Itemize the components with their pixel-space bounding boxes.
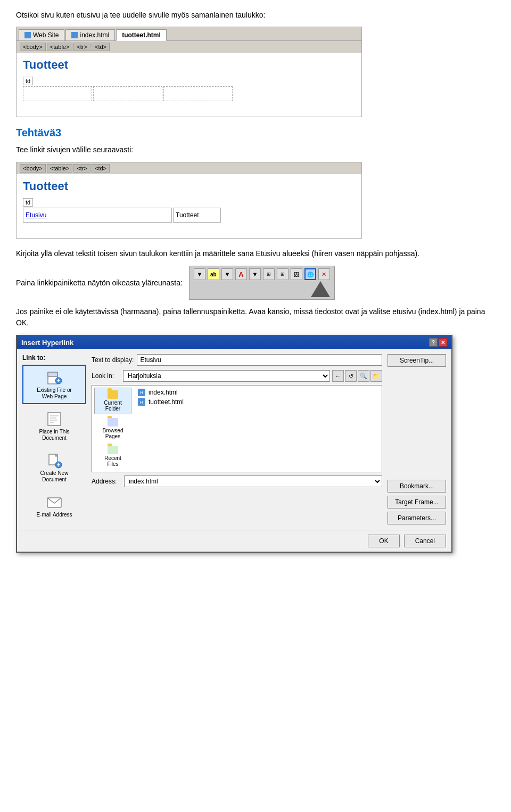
parameters-button[interactable]: Parameters... <box>388 512 446 524</box>
toolbar-ab-btn[interactable]: ab <box>208 268 219 280</box>
email-icon <box>46 494 63 511</box>
new-doc-icon <box>46 452 63 469</box>
etusivu-link: Etusivu <box>26 211 46 219</box>
toolbar-dropdown3-btn[interactable]: ▼ <box>249 268 261 280</box>
svg-rect-5 <box>48 413 61 425</box>
instruction2-text: Jos painike ei ole käytettävissä (harmaa… <box>16 306 495 329</box>
recent-files-icon <box>108 446 118 454</box>
file-tuotteet-icon: H <box>138 398 145 406</box>
page-title-1: Tuotteet <box>23 58 355 72</box>
file-item-tuotteet[interactable]: H tuotteet.html <box>136 397 380 407</box>
sidebar-browsed-pages[interactable]: BrowsedPages <box>94 415 131 442</box>
toolbar-image-btn[interactable]: 🖼 <box>291 268 302 280</box>
website-icon <box>24 32 31 38</box>
look-in-select[interactable]: Harjoituksia <box>123 370 330 382</box>
dialog-footer: OK Cancel <box>17 530 451 552</box>
link-option-new-doc-label: Create NewDocument <box>40 470 69 483</box>
dialog-link-to-panel: Link to: Existing File orWeb Page <box>22 354 86 524</box>
table-label-1: td <box>23 77 33 85</box>
link-option-place[interactable]: Place in ThisDocument <box>22 406 86 446</box>
page-title-2: Tuotteet <box>23 179 355 193</box>
table-mock-1 <box>23 86 355 101</box>
toolbar-area: ▼ ab ▼ A ▼ ⊞ ⊞ 🖼 🌐 ✕ <box>189 266 335 300</box>
toolbar-dropdown2-btn[interactable]: ▼ <box>221 268 233 280</box>
toolbar-link-btn[interactable]: 🌐 <box>304 268 316 280</box>
link-option-email-label: E-mail Address <box>36 512 72 518</box>
dialog-title-buttons: ? ✕ <box>429 338 447 347</box>
text-to-display-input[interactable] <box>137 354 382 366</box>
lookin-folder-btn[interactable]: 📁 <box>370 370 382 382</box>
text-to-display-label: Text to display: <box>92 356 134 364</box>
link-option-new-doc[interactable]: Create NewDocument <box>22 448 86 487</box>
table-mock-2: Etusivu Tuotteet <box>23 208 355 223</box>
file-list-area: CurrentFolder BrowsedPages RecentFiles H <box>92 385 382 472</box>
tab-index[interactable]: index.html <box>65 29 115 40</box>
breadcrumb-table-2: <table> <box>47 164 73 173</box>
page-content-1: Tuotteet td <box>17 53 361 117</box>
breadcrumb-table: <table> <box>47 43 73 51</box>
file-item-index[interactable]: H index.html <box>136 388 380 397</box>
existing-file-icon <box>46 369 63 386</box>
toolbar-table2-btn[interactable]: ⊞ <box>277 268 289 280</box>
lookin-back-btn[interactable]: ← <box>332 370 344 382</box>
breadcrumb-body-2: <body> <box>20 164 46 173</box>
sidebar-current-folder[interactable]: CurrentFolder <box>94 388 131 414</box>
instruction1-text: Kirjoita yllä olevat tekstit toisen sivu… <box>16 248 495 259</box>
text-to-display-row: Text to display: <box>92 354 382 366</box>
toolbar-inner: ▼ ab ▼ A ▼ ⊞ ⊞ 🖼 🌐 ✕ <box>194 268 330 280</box>
recent-files-label: RecentFiles <box>104 455 121 467</box>
browsed-pages-icon <box>108 418 118 426</box>
link-to-label: Link to: <box>22 354 86 362</box>
toolbar-close-btn[interactable]: ✕ <box>318 268 330 280</box>
file-index-icon: H <box>138 389 145 396</box>
browser-screenshot-1: Web Site index.html tuotteet.html <body>… <box>16 27 362 117</box>
ok-button[interactable]: OK <box>368 535 399 547</box>
address-select[interactable]: index.html <box>124 475 382 487</box>
toolbar-table1-btn[interactable]: ⊞ <box>263 268 275 280</box>
up-arrow-icon <box>311 281 330 297</box>
toolbar-dropdown-btn[interactable]: ▼ <box>194 268 205 280</box>
screentip-button[interactable]: ScreenTip... <box>388 354 446 367</box>
intro-text: Otsikoi sivu kuten etusivu ja tee uudell… <box>16 11 495 19</box>
breadcrumb-bar-2: <body> <table> <tr> <td> <box>17 162 361 174</box>
tab-tuotteet[interactable]: tuotteet.html <box>116 29 167 41</box>
breadcrumb-bar-1: <body> <table> <tr> <td> <box>17 41 361 53</box>
cell-etusivu: Etusivu <box>23 208 172 223</box>
task3-heading: Tehtävä3 <box>16 127 495 139</box>
table-cell-1 <box>23 86 92 101</box>
link-option-existing-file[interactable]: Existing File orWeb Page <box>22 365 86 404</box>
file-list-sidebar: CurrentFolder BrowsedPages RecentFiles <box>94 388 131 470</box>
address-label: Address: <box>92 478 121 485</box>
cancel-button[interactable]: Cancel <box>404 535 446 547</box>
cell-tuotteet: Tuotteet <box>173 208 221 223</box>
breadcrumb-td: <td> <box>92 43 110 51</box>
target-frame-button[interactable]: Target Frame... <box>388 496 446 508</box>
look-in-label: Look in: <box>92 372 121 380</box>
toolbar-a-btn[interactable]: A <box>235 268 247 280</box>
lookin-refresh-btn[interactable]: ↺ <box>345 370 357 382</box>
current-folder-icon <box>108 390 118 399</box>
breadcrumb-tr-2: <tr> <box>73 164 90 173</box>
insert-hyperlink-dialog: Insert Hyperlink ? ✕ Link to: Existing F… <box>16 335 452 553</box>
task3-description: Tee linkit sivujen välille seuraavasti: <box>16 144 495 155</box>
file-list-main: H index.html H tuotteet.html <box>136 388 380 470</box>
link-option-place-label: Place in ThisDocument <box>39 429 69 441</box>
dialog-titlebar: Insert Hyperlink ? ✕ <box>17 336 451 349</box>
look-in-toolbar: ← ↺ 🔍 📁 <box>332 370 382 382</box>
current-folder-label: CurrentFolder <box>104 400 121 412</box>
tuotteet-text: Tuotteet <box>176 211 199 219</box>
browsed-pages-label: BrowsedPages <box>103 428 123 439</box>
tab-tuotteet-label: tuotteet.html <box>122 31 161 39</box>
dialog-help-btn[interactable]: ? <box>429 338 438 347</box>
tab-website-label: Web Site <box>33 31 59 39</box>
tab-website[interactable]: Web Site <box>19 29 64 40</box>
table-cell-2 <box>93 86 162 101</box>
bookmark-button[interactable]: Bookmark... <box>388 480 446 493</box>
lookin-search-btn[interactable]: 🔍 <box>358 370 369 382</box>
dialog-close-btn[interactable]: ✕ <box>439 338 447 347</box>
dialog-main-panel: Text to display: Look in: Harjoituksia ←… <box>92 354 382 524</box>
link-option-email[interactable]: E-mail Address <box>22 489 86 522</box>
table-label-2: td <box>23 198 33 207</box>
browser-screenshot-2: <body> <table> <tr> <td> Tuotteet td Etu… <box>16 162 362 239</box>
sidebar-recent-files[interactable]: RecentFiles <box>94 443 131 470</box>
